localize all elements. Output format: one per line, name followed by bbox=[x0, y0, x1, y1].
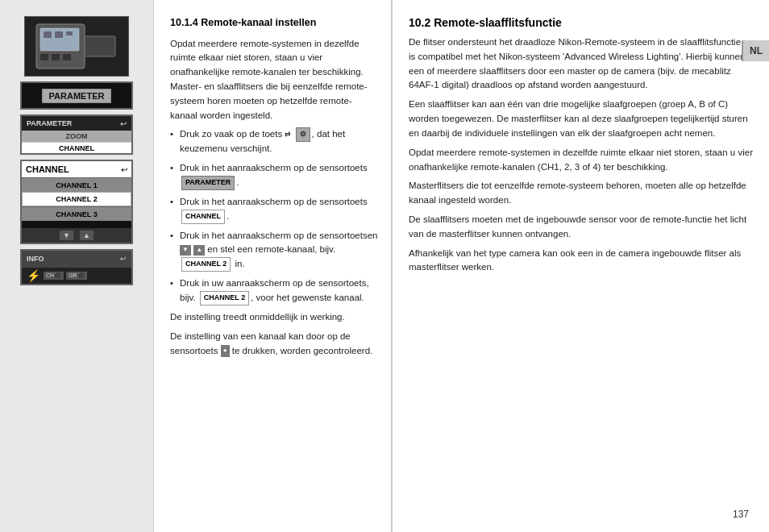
right-para-1: De flitser ondersteunt het draadloze Nik… bbox=[409, 35, 757, 93]
channel-1-item: CHANNEL 1 bbox=[22, 177, 131, 192]
channel2-inline-1: CHANNEL 2 bbox=[181, 257, 231, 272]
right-para-5: De slaafflitsers moeten met de ingebouwd… bbox=[409, 213, 757, 242]
zoom-bar: ZOOM bbox=[22, 131, 131, 142]
section-title-right: 10.2 Remote-slaafflitsfunctie bbox=[409, 16, 757, 29]
section-title-left: 10.1.4 Remote-kanaal instellen bbox=[170, 16, 379, 31]
svg-rect-1 bbox=[85, 36, 115, 56]
intro-paragraph: Opdat meerdere remote-systemen in dezelf… bbox=[170, 37, 379, 123]
left-panel: PARAMETER PARAMETER ↩ ZOOM CHANNEL CHANN… bbox=[0, 0, 153, 532]
arrow-up-icon: ▲ bbox=[193, 245, 205, 255]
channel-inline-1: CHANNEL bbox=[181, 210, 225, 224]
bullet-5: • Druk in uw aanraakscherm op de sensort… bbox=[170, 276, 379, 305]
para-kanaal: De instelling van een kanaal kan door op… bbox=[170, 330, 379, 359]
bullet-2: • Druk in het aanraakscherm op de sensor… bbox=[170, 161, 379, 190]
channel-nav: ▼ ▲ bbox=[22, 228, 131, 243]
bullet-1: • Druk zo vaak op de toets ⇄ ⊙, dat het … bbox=[170, 127, 379, 156]
channel-back-icon: ↩ bbox=[121, 165, 127, 174]
svg-rect-6 bbox=[40, 54, 48, 60]
svg-rect-4 bbox=[55, 31, 63, 38]
screen-channel: CHANNEL ↩ CHANNEL 1 CHANNEL 2 CHANNEL 3 … bbox=[20, 160, 133, 244]
info-label: INFO bbox=[27, 255, 44, 263]
channel-bar: CHANNEL bbox=[22, 142, 131, 153]
svg-rect-7 bbox=[52, 54, 60, 60]
info-key-icon: ● bbox=[221, 345, 230, 356]
svg-rect-3 bbox=[44, 31, 52, 38]
nav-up-icon: ▲ bbox=[80, 231, 94, 240]
parameter-inline-1: PARAMETER bbox=[181, 176, 235, 190]
right-para-2: Een slaafflitser kan aan één van drie mo… bbox=[409, 98, 757, 140]
bullet-4: • Druk in het aanraakscherm op de sensor… bbox=[170, 229, 379, 272]
channel-2-item: CHANNEL 2 bbox=[22, 192, 131, 206]
screen-info: INFO ↩ ⚡ CH⬛ GR⬛ bbox=[20, 249, 133, 285]
left-text-column: 10.1.4 Remote-kanaal instellen Opdat mee… bbox=[154, 0, 392, 532]
info-bottom-bar: ⚡ CH⬛ GR⬛ bbox=[22, 268, 131, 285]
info-photo-icon: ⚡ bbox=[27, 269, 40, 282]
right-para-4: Masterflitsers die tot eenzelfde remote-… bbox=[409, 179, 757, 208]
arrow-down-icon: ▼ bbox=[180, 245, 191, 255]
info-top-bar: INFO ↩ bbox=[22, 251, 131, 268]
info-badges: CH⬛ GR⬛ bbox=[44, 272, 87, 280]
parameter-label: PARAMETER bbox=[42, 89, 112, 103]
nav-down-icon: ▼ bbox=[60, 231, 73, 240]
nl-badge: NL bbox=[742, 40, 769, 61]
bullet-3: • Druk in het aanraakscherm op de sensor… bbox=[170, 195, 379, 224]
back-arrow-icon: ↩ bbox=[120, 119, 127, 128]
right-text-column: 10.2 Remote-slaafflitsfunctie De flitser… bbox=[393, 0, 769, 532]
right-para-3: Opdat meerdere remote-systemen in dezelf… bbox=[409, 146, 757, 175]
channel-header: CHANNEL ↩ bbox=[22, 161, 131, 177]
screen-parameter-selected: PARAMETER ↩ ZOOM CHANNEL bbox=[20, 114, 133, 155]
page-number: 137 bbox=[733, 509, 749, 520]
channel2-inline-2: CHANNEL 2 bbox=[200, 291, 249, 305]
device-screen-1 bbox=[24, 16, 129, 77]
info-back-icon: ↩ bbox=[120, 255, 127, 263]
channel-3-item: CHANNEL 3 bbox=[22, 206, 131, 221]
screen-parameter: PARAMETER bbox=[20, 81, 133, 110]
menu-icon-inline: ⊙ bbox=[296, 127, 310, 142]
channel-header-label: CHANNEL bbox=[26, 164, 69, 174]
parameter-top-label: PARAMETER bbox=[27, 119, 72, 127]
svg-rect-5 bbox=[66, 31, 73, 35]
info-badge-1: CH⬛ bbox=[44, 272, 64, 280]
para-instelling: De instelling treedt onmiddellijk in wer… bbox=[170, 310, 379, 325]
right-para-6: Afhankelijk van het type camera kan ook … bbox=[409, 247, 757, 276]
info-badge-2: GR⬛ bbox=[66, 272, 87, 280]
svg-rect-8 bbox=[63, 54, 71, 60]
